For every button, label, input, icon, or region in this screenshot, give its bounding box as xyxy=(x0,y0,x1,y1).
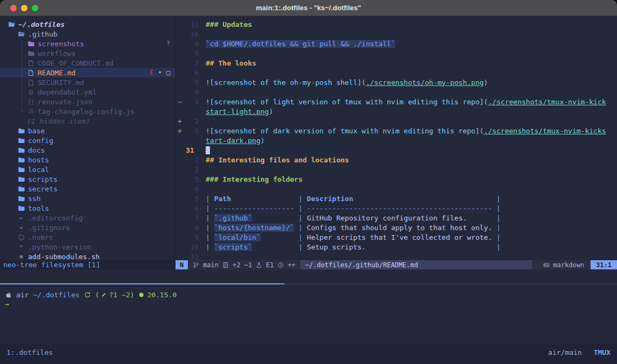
text-span: ## Interesting files and locations xyxy=(206,156,349,164)
text-span: `.github` xyxy=(214,214,252,222)
text-span: | xyxy=(294,195,306,203)
text-span: ----------------------------------------… xyxy=(307,204,492,212)
pane-border-dim xyxy=(284,284,617,284)
traffic-lights xyxy=(10,5,38,11)
text-span: `cd $HOME/.dotfiles && git pull && ./ins… xyxy=(206,40,395,48)
editor-line[interactable]: 9`cd $HOME/.dotfiles && git pull && ./in… xyxy=(176,39,617,48)
tree-item-add-submodules-sh[interactable]: ■add-submodules.sh xyxy=(0,252,175,260)
tree-item-readme-md[interactable]: │README.mdE•□ xyxy=(0,68,175,77)
folder-open-icon xyxy=(8,21,16,28)
line-number: 1 xyxy=(185,127,199,135)
folder-icon xyxy=(17,195,25,202)
text-cursor xyxy=(206,146,210,154)
tree-item-editorconfig[interactable]: ▶.editorconfig xyxy=(0,213,175,223)
line-number: 31 xyxy=(185,146,199,154)
tree-item-python-version[interactable]: *.python-version xyxy=(0,242,175,252)
tmux-pane-border[interactable] xyxy=(0,283,617,284)
tree-item-secrets[interactable]: secrets xyxy=(0,184,175,194)
tree-item-docs[interactable]: docs xyxy=(0,145,175,155)
editor-line[interactable]: 4 xyxy=(176,184,617,194)
app-window: main:1:.dotfiles - "ks~/.dotfiles" ~/.do… xyxy=(0,0,617,364)
editor-line[interactable]: tart-dark.png) xyxy=(176,135,617,145)
tree-item-label: scripts xyxy=(28,175,58,183)
cursor-position: 31:1 xyxy=(591,260,617,269)
close-button[interactable] xyxy=(10,5,17,11)
tree-item-tools[interactable]: tools xyxy=(0,203,175,213)
error-badge: E xyxy=(150,69,153,76)
lualine-statusline: N main +2 ~1 E1 ++ ~/.dotfiles/.github/R… xyxy=(176,260,617,269)
editor-line[interactable]: 11 xyxy=(176,252,617,260)
tree-item-base[interactable]: base xyxy=(0,126,175,135)
editor-buffer[interactable]: 11### Updates109`cd $HOME/.dotfiles && g… xyxy=(176,16,617,260)
editor-line[interactable]: 8 xyxy=(176,48,617,58)
editor-line[interactable]: 7## The looks xyxy=(176,58,617,68)
editor-line[interactable]: 31 xyxy=(176,145,617,155)
editor-line[interactable]: 7| `.github` | GitHub Repository configu… xyxy=(176,213,617,223)
editor-line[interactable]: 5![screenshot of the oh-my-posh shell](.… xyxy=(176,77,617,87)
tree-item-dotfiles[interactable]: ~/.dotfiles xyxy=(0,19,175,29)
tree-item-github[interactable]: .github xyxy=(0,29,175,39)
text-span: Setup scripts. xyxy=(307,243,492,251)
neo-tree-sidebar[interactable]: ~/.dotfiles.github│screenshots?│workflow… xyxy=(0,16,176,260)
tree-item-badges: E•□ xyxy=(150,69,175,76)
apple-icon xyxy=(5,291,12,298)
tmux-window-name[interactable]: 1:.dotfiles xyxy=(6,348,53,356)
text-span xyxy=(252,214,294,222)
tree-item-scripts[interactable]: scripts xyxy=(0,174,175,184)
editor-line[interactable]: 11### Updates xyxy=(176,19,617,29)
minimize-button[interactable] xyxy=(21,5,27,11)
tree-item-renovate-json[interactable]: │{}renovate.json xyxy=(0,97,175,106)
tree-item-screenshots[interactable]: │screenshots? xyxy=(0,39,175,48)
editor-line[interactable]: 2 xyxy=(176,165,617,174)
line-text: | ------------------- | ----------------… xyxy=(206,204,501,212)
line-number: 6 xyxy=(185,69,199,77)
tmux-status-bar: 1:.dotfiles air/main TMUX xyxy=(0,344,617,364)
editor-line[interactable]: 10| `scripts` | Setup scripts. | xyxy=(176,242,617,252)
terminal-pane[interactable]: air ~/.dotfiles ( ?1 ~2) 20.15.0 → xyxy=(0,284,617,344)
text-span: | xyxy=(294,233,306,241)
editor-line[interactable]: 6 xyxy=(176,68,617,77)
tree-item-label: tag-changelog-config.js xyxy=(38,108,135,116)
diagnostics-count: E1 xyxy=(266,261,274,269)
tree-item-tag-changelog-config-js[interactable]: └JStag-changelog-config.js xyxy=(0,106,175,116)
zoom-button[interactable] xyxy=(32,5,38,11)
tree-item-ssh[interactable]: ssh xyxy=(0,194,175,203)
line-number: 6 xyxy=(185,204,199,212)
editor-line[interactable]: 3### Interesting folders xyxy=(176,174,617,184)
editor-line[interactable]: +1![screenshot of dark version of tmux w… xyxy=(176,126,617,135)
folder-icon xyxy=(17,166,25,173)
tree-item-local[interactable]: local xyxy=(0,165,175,174)
editor-line[interactable]: 4 xyxy=(176,87,617,97)
editor-line[interactable]: 6| ------------------- | ---------------… xyxy=(176,203,617,213)
tree-item-dependabot-yml[interactable]: │dependabot.yml xyxy=(0,87,175,97)
text-span: tart-dark.png xyxy=(206,137,261,145)
prompt-arrow: → xyxy=(0,300,617,311)
editor-line[interactable]: 1## Interesting files and locations xyxy=(176,155,617,165)
editor-line[interactable]: start-light.png) xyxy=(176,106,617,116)
git-segment: main +2 ~1 E1 ++ xyxy=(188,260,300,269)
editor-line[interactable]: 5| Path | Description | xyxy=(176,194,617,203)
clock-icon xyxy=(277,262,284,268)
text-span: | xyxy=(492,243,501,251)
line-text: ![screenshot of dark version of tmux wit… xyxy=(206,127,606,135)
tree-item-config[interactable]: config xyxy=(0,135,175,145)
tree-item-code-of-conduct-md[interactable]: │CODE_OF_CONDUCT.md xyxy=(0,58,175,68)
editor-line[interactable]: +2 xyxy=(176,116,617,126)
tree-item-workflows[interactable]: │workflows xyxy=(0,48,175,58)
modified-badge: • xyxy=(158,69,162,76)
tree-item-gitignore[interactable]: ◆.gitignore xyxy=(0,223,175,232)
editor-line[interactable]: 8| `hosts/{hostname}/` | Configs that sh… xyxy=(176,223,617,232)
tree-item-hosts[interactable]: hosts xyxy=(0,155,175,165)
editor-line[interactable]: 10 xyxy=(176,29,617,39)
tree-item-security-md[interactable]: │SECURITY.md xyxy=(0,77,175,87)
line-number: 2 xyxy=(185,166,199,174)
line-text: | `hosts/{hostname}/` | Configs that sho… xyxy=(206,224,501,232)
branch-name: main xyxy=(203,261,219,269)
editor-line[interactable]: 9| `local/bin` | Helper scripts that I'v… xyxy=(176,232,617,242)
tree-item-1-hidden-item[interactable]: (1 hidden item) xyxy=(0,116,175,126)
indent-guide: │ xyxy=(17,40,27,48)
editor-line[interactable]: ~3![screenshot of light version of tmux … xyxy=(176,97,617,106)
folder-icon xyxy=(17,127,25,134)
tree-item-label: secrets xyxy=(28,185,58,193)
tree-item-nvmrc[interactable]: .nvmrc xyxy=(0,232,175,242)
